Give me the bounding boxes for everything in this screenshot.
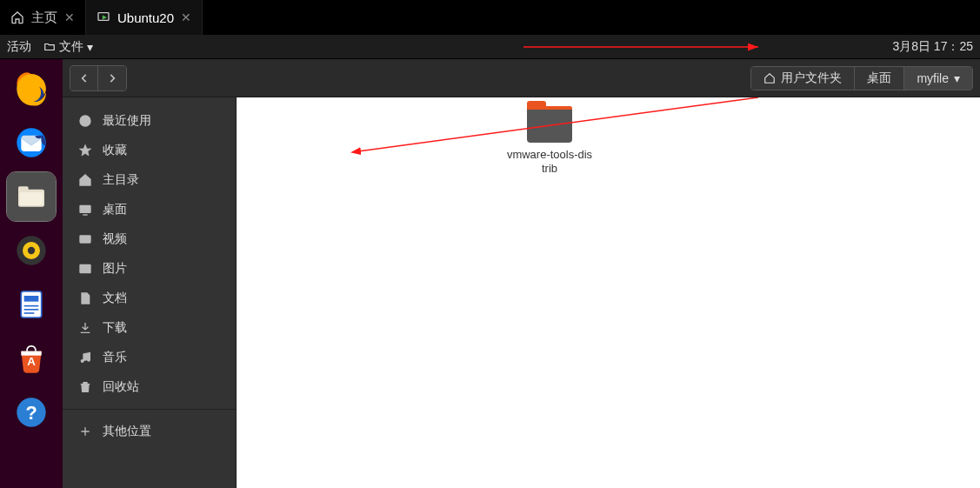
svg-rect-20	[80, 205, 90, 212]
video-icon	[78, 232, 92, 246]
crumb-myfile[interactable]: myfile ▾	[904, 67, 972, 90]
dock-help[interactable]: ?	[7, 388, 56, 437]
clock[interactable]: 3月8日 17：25	[892, 39, 973, 55]
svg-marker-1	[103, 15, 107, 19]
sidebar-item-home[interactable]: 主目录	[63, 165, 236, 195]
file-manager: 用户文件夹 桌面 myfile ▾ 最近使用 收藏	[63, 59, 980, 488]
vm-tab-ubuntu[interactable]: Ubuntu20 ✕	[86, 0, 203, 35]
nav-back-button[interactable]	[70, 66, 98, 90]
gnome-topbar: 活动 文件 ▾ 3月8日 17：25	[0, 35, 980, 59]
sidebar-item-desktop[interactable]: 桌面	[63, 195, 236, 224]
svg-rect-6	[20, 192, 43, 205]
vm-tab-ubuntu-label: Ubuntu20	[117, 10, 174, 25]
sidebar-item-label: 图片	[103, 261, 127, 277]
sidebar-item-label: 收藏	[103, 143, 127, 158]
sidebar-item-trash[interactable]: 回收站	[63, 372, 236, 402]
sidebar-item-label: 主目录	[103, 172, 139, 188]
document-icon	[78, 291, 92, 305]
document-icon	[14, 287, 49, 322]
chevron-right-icon	[106, 72, 118, 84]
thunderbird-icon	[14, 125, 49, 160]
trash-icon	[78, 380, 92, 394]
vm-tab-home[interactable]: 主页 ✕	[0, 0, 86, 35]
app-menu-files[interactable]: 文件 ▾	[43, 39, 93, 55]
svg-text:A: A	[27, 355, 36, 368]
vm-screen-icon	[97, 10, 110, 24]
folder-vmware-tools[interactable]: vmware-tools-distrib	[506, 106, 593, 175]
crumb-desktop-label: 桌面	[867, 70, 891, 86]
download-icon	[78, 321, 92, 335]
folder-icon	[43, 41, 56, 53]
fm-sidebar: 最近使用 收藏 主目录 桌面 视频	[63, 97, 237, 488]
sidebar-separator	[63, 409, 236, 410]
clock-icon	[78, 114, 92, 128]
shopping-bag-icon: A	[14, 341, 49, 376]
crumb-home-label: 用户文件夹	[781, 70, 842, 86]
folder-label: vmware-tools-distrib	[507, 148, 592, 175]
crumb-desktop[interactable]: 桌面	[855, 67, 904, 90]
activities-button[interactable]: 活动	[7, 39, 31, 55]
folder-icon	[527, 106, 572, 143]
home-icon	[10, 10, 24, 24]
app-menu-label: 文件	[59, 39, 83, 55]
svg-rect-11	[24, 296, 39, 302]
sidebar-item-pictures[interactable]: 图片	[63, 254, 236, 284]
dock-files[interactable]	[7, 172, 56, 221]
chevron-down-icon: ▾	[87, 40, 93, 54]
sidebar-item-label: 回收站	[103, 379, 139, 395]
sidebar-item-videos[interactable]: 视频	[63, 224, 236, 254]
close-icon[interactable]: ✕	[181, 10, 191, 24]
sidebar-item-label: 最近使用	[103, 113, 151, 129]
vm-tab-strip: 主页 ✕ Ubuntu20 ✕	[0, 0, 980, 35]
plus-icon	[78, 424, 92, 438]
sidebar-item-label: 音乐	[103, 350, 127, 365]
dock-software[interactable]: A	[7, 334, 56, 383]
close-icon[interactable]: ✕	[64, 10, 75, 24]
svg-rect-5	[18, 186, 29, 192]
image-icon	[78, 262, 92, 276]
svg-point-9	[28, 247, 35, 254]
home-icon	[78, 173, 92, 187]
dock-rhythmbox[interactable]	[7, 226, 56, 275]
speaker-icon	[14, 233, 49, 268]
fm-toolbar: 用户文件夹 桌面 myfile ▾	[63, 59, 980, 97]
sidebar-item-downloads[interactable]: 下载	[63, 313, 236, 343]
star-icon	[78, 144, 92, 157]
dock-firefox[interactable]	[7, 64, 56, 113]
sidebar-item-documents[interactable]: 文档	[63, 284, 236, 313]
help-icon: ?	[14, 395, 49, 430]
dock-writer[interactable]	[7, 280, 56, 329]
nav-forward-button[interactable]	[98, 66, 126, 90]
sidebar-item-label: 其他位置	[103, 424, 151, 439]
sidebar-item-label: 桌面	[103, 202, 127, 217]
sidebar-item-recent[interactable]: 最近使用	[63, 106, 236, 136]
chevron-left-icon	[78, 72, 90, 84]
music-icon	[78, 351, 92, 364]
sidebar-item-starred[interactable]: 收藏	[63, 136, 236, 165]
vm-tab-home-label: 主页	[31, 10, 57, 26]
desktop-icon	[78, 203, 92, 217]
sidebar-item-music[interactable]: 音乐	[63, 343, 236, 372]
fm-content[interactable]: vmware-tools-distrib	[237, 97, 980, 488]
crumb-home[interactable]: 用户文件夹	[751, 67, 855, 90]
sidebar-item-other[interactable]: 其他位置	[63, 417, 236, 446]
dock-thunderbird[interactable]	[7, 118, 56, 167]
crumb-myfile-label: myfile	[917, 71, 949, 85]
home-icon	[763, 72, 776, 84]
sidebar-item-label: 下载	[103, 320, 127, 336]
sidebar-item-label: 视频	[103, 231, 127, 247]
svg-point-24	[81, 360, 83, 363]
files-icon	[14, 179, 49, 214]
firefox-icon	[14, 71, 49, 106]
svg-text:?: ?	[25, 402, 37, 424]
dock: A ?	[0, 59, 63, 488]
breadcrumb: 用户文件夹 桌面 myfile ▾	[750, 66, 973, 90]
sidebar-item-label: 文档	[103, 291, 127, 306]
chevron-down-icon: ▾	[954, 71, 960, 85]
svg-point-25	[88, 358, 90, 361]
